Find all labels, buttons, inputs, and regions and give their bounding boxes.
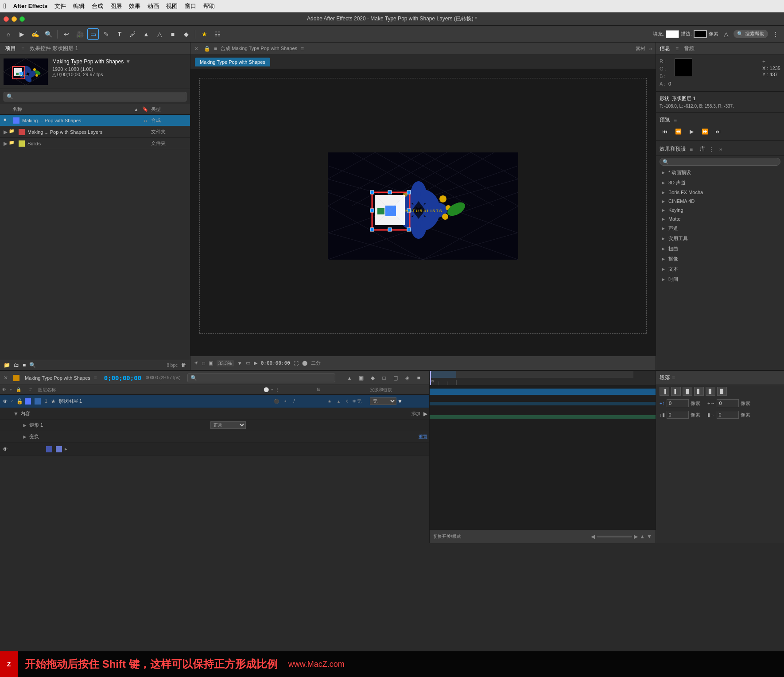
add-content-btn[interactable]: ▶ <box>423 411 427 417</box>
brush-tool[interactable]: 🖊 <box>127 28 139 40</box>
library-menu[interactable]: ⋮ <box>709 146 714 152</box>
expand-content[interactable]: ▼ <box>13 411 19 417</box>
import-btn[interactable]: 🗂 <box>14 362 19 368</box>
sublayer-rect1[interactable]: ► 矩形 1 正常 <box>0 420 429 431</box>
comp-close[interactable]: ✕ <box>194 46 198 52</box>
delete-btn[interactable]: 🗑 <box>181 362 186 368</box>
effects-item-text[interactable]: ► 文本 <box>656 264 784 274</box>
parent-chevron[interactable]: ▼ <box>397 398 403 405</box>
puppet-tool[interactable]: ◆ <box>180 28 192 40</box>
zoom-select[interactable]: 33.3% <box>217 360 234 366</box>
segments-menu[interactable]: ≡ <box>672 375 675 381</box>
layer-star-1[interactable]: ★ <box>50 398 57 405</box>
composition-canvas[interactable]: NATURALISTS <box>190 69 656 356</box>
tl-btn-5[interactable]: ▢ <box>391 374 400 382</box>
menu-file[interactable]: 文件 <box>54 2 66 10</box>
tl-options[interactable]: ▼ <box>647 533 652 540</box>
comp-panel-menu[interactable]: ≡ <box>301 46 304 52</box>
effects-item-keying[interactable]: ► Keying <box>656 206 784 214</box>
hand-tool[interactable]: ✍ <box>29 28 41 40</box>
link-btn[interactable]: ◊ <box>343 397 351 405</box>
eraser-tool[interactable]: △ <box>154 28 165 40</box>
search-btn[interactable]: 🔍 <box>29 362 36 368</box>
info-menu[interactable]: ≡ <box>675 46 679 52</box>
roto-tool[interactable]: ■ <box>167 28 179 40</box>
expand-btn[interactable]: » <box>649 46 652 52</box>
effects-search[interactable]: 🔍 <box>660 158 780 166</box>
grid-tool[interactable]: ☷ <box>212 28 223 40</box>
expand-rect1[interactable]: ► <box>22 422 27 428</box>
pen-tool[interactable]: ✎ <box>101 28 112 40</box>
switch-2[interactable]: ⚬ <box>281 397 289 405</box>
timeline-search[interactable]: 🔍 <box>187 374 335 382</box>
prev-forward-btn[interactable]: ⏩ <box>699 126 710 137</box>
blend-btn[interactable]: ◈ <box>326 397 334 405</box>
prev-first-btn[interactable]: ⏮ <box>660 126 670 137</box>
reset-btn[interactable]: 重置 <box>419 434 427 440</box>
quality-label[interactable]: 二分 <box>311 360 321 366</box>
layer-row-1[interactable]: 👁 ⚬ 🔓 1 ★ 形状图层 1 ⚫ ⚬ / ◈ ▴ ◊ ⚛ 无 <box>0 395 429 408</box>
switch-1[interactable]: ⚫ <box>272 397 280 405</box>
comp-view-icon[interactable]: ☀ <box>194 360 198 366</box>
audio-tab[interactable]: 音频 <box>684 45 695 52</box>
stroke-color-box[interactable] <box>694 30 707 38</box>
extra-expand[interactable]: ► <box>64 447 68 451</box>
lock-icon-1[interactable]: 🔓 <box>16 398 23 405</box>
prev-back-btn[interactable]: ⏪ <box>673 126 683 137</box>
tl-zoom-slider[interactable] <box>597 536 632 537</box>
chevron-down-icon[interactable]: ▼ <box>237 361 242 366</box>
expand-effects[interactable]: » <box>719 146 722 152</box>
indent-left-input[interactable] <box>717 411 739 419</box>
select-tool[interactable]: ▶ <box>16 28 27 40</box>
indent-bottom-input[interactable] <box>667 411 689 419</box>
menu-compose[interactable]: 合成 <box>92 2 103 10</box>
comp-fit-icon[interactable]: ▭ <box>246 360 250 366</box>
preview-menu[interactable]: ≡ <box>674 117 677 123</box>
effects-item-time[interactable]: ► 时间 <box>656 274 784 284</box>
fill-color-box[interactable] <box>666 30 679 38</box>
new-comp-btn[interactable]: ■ <box>23 362 26 368</box>
menu-edit[interactable]: 编辑 <box>73 2 85 10</box>
timecode[interactable]: 0;00;00;00 <box>104 374 141 381</box>
comp-preview-icon[interactable]: □ <box>202 361 205 366</box>
effects-control-tab[interactable]: 效果控件 形状图层 1 <box>28 44 80 53</box>
effects-item-matte[interactable]: ► Matte <box>656 214 784 223</box>
layer-name-1[interactable]: 形状图层 1 <box>57 398 272 405</box>
effects-item-utility[interactable]: ► 实用工具 <box>656 233 784 244</box>
prev-last-btn[interactable]: ⏭ <box>713 126 723 137</box>
project-item-folder2[interactable]: ▶ 📁 Solids 文件夹 <box>0 138 190 149</box>
effects-item-animation[interactable]: ► * 动画预设 <box>656 167 784 178</box>
switch-3[interactable]: / <box>290 397 298 405</box>
menu-window[interactable]: 窗口 <box>185 2 196 10</box>
comp-thumbnail[interactable]: NATURALISTS <box>4 58 48 85</box>
align-justify-btn[interactable]: ▋ <box>694 387 704 396</box>
menu-animation[interactable]: 动画 <box>147 2 159 10</box>
menu-layer[interactable]: 图层 <box>110 2 122 10</box>
camera-icon[interactable]: ⛶ <box>294 361 299 366</box>
tl-btn-3[interactable]: ◆ <box>368 374 377 382</box>
indent-right-input[interactable] <box>717 399 739 407</box>
close-button[interactable] <box>4 16 9 22</box>
comp-tab-main[interactable]: Making Type Pop with Shapes <box>195 58 270 66</box>
menu-help[interactable]: 帮助 <box>203 2 215 10</box>
effects-item-distort[interactable]: ► 扭曲 <box>656 244 784 254</box>
tl-zoom-in[interactable]: ▶ <box>634 533 638 540</box>
camera-tool[interactable]: 🎥 <box>74 28 85 40</box>
visibility-icon-1[interactable]: 👁 <box>2 398 9 405</box>
timecode-display[interactable]: 0;00;00;00 <box>261 360 290 366</box>
rotate-circle-icon[interactable]: ⚛ <box>352 399 356 404</box>
solo-icon-1[interactable]: ⚬ <box>9 398 16 405</box>
fullscreen-button[interactable] <box>19 16 25 22</box>
blend-select-rect1[interactable]: 正常 <box>210 421 246 429</box>
tl-btn-4[interactable]: □ <box>380 374 388 382</box>
prev-play-btn[interactable]: ▶ <box>686 126 697 137</box>
track-bar-1[interactable] <box>430 389 656 395</box>
text-tool[interactable]: T <box>114 28 125 40</box>
snap-tool[interactable]: △ <box>720 28 732 40</box>
project-search[interactable]: 🔍 <box>4 92 186 101</box>
sublayer-content[interactable]: ▼ 内容 添加: ▶ <box>0 408 429 420</box>
minimize-button[interactable] <box>12 16 17 22</box>
info-tab[interactable]: 信息 <box>660 45 670 52</box>
align-left-btn[interactable]: ▐ <box>660 387 669 396</box>
tl-zoom-out[interactable]: ◀ <box>591 533 595 540</box>
